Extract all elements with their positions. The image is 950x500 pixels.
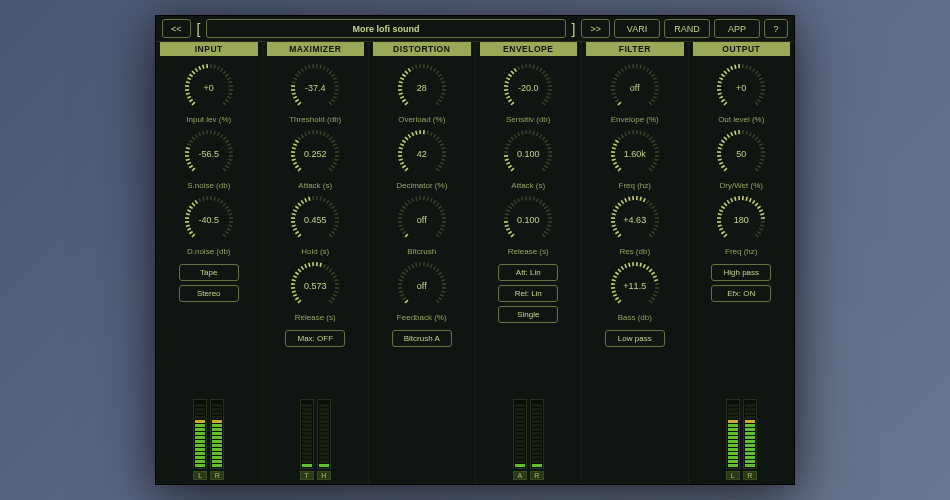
envelope-knob-0[interactable]: -20.0 [502,62,554,114]
attack-mode-button[interactable]: Att: Lin [498,264,558,281]
distortion-knob-2[interactable]: off [396,194,448,246]
input-knob-0-label: Input lev (%) [186,115,231,124]
tape-button[interactable]: Tape [179,264,239,281]
svg-line-169 [296,297,299,299]
svg-line-250 [438,165,441,167]
svg-line-494 [649,269,652,272]
svg-line-402 [621,68,623,71]
filter-knob-0[interactable]: off [609,62,661,114]
svg-line-513 [724,71,727,74]
output-knob-2[interactable]: 180 [715,194,767,246]
svg-line-587 [755,234,758,237]
svg-line-409 [646,68,648,71]
svg-line-476 [618,300,621,303]
filter-type-button[interactable]: Low pass [605,330,665,347]
efx-toggle-button[interactable]: Efx: ON [711,285,771,302]
svg-line-482 [612,280,616,281]
svg-line-460 [629,197,630,201]
preset-next-button[interactable]: >> [581,19,610,38]
stereo-button[interactable]: Stereo [179,285,239,302]
svg-line-170 [293,294,297,296]
svg-line-446 [651,165,654,167]
svg-line-362 [545,165,548,167]
highpass-button[interactable]: High pass [711,264,771,281]
input-knob-1[interactable]: -56.5 [183,128,235,180]
output-knob-0[interactable]: +0 [715,62,767,114]
distortion-knob-0-label: Overload (%) [398,115,445,124]
envelope-knob-1[interactable]: 0.100 [502,128,554,180]
svg-line-136 [335,159,339,160]
svg-line-324 [537,66,539,70]
svg-line-544 [735,131,736,135]
svg-line-34 [186,148,190,149]
input-knob-0[interactable]: +0 [183,62,235,114]
maximizer-knob-3[interactable]: 0.573 [289,260,341,312]
svg-line-77 [228,214,232,215]
preset-name-display[interactable]: More lofi sound [206,19,565,38]
svg-line-300 [440,276,444,278]
maximizer-meter-bar-0 [300,399,314,469]
bitcrush-mode-button[interactable]: Bitcrush A [392,330,452,347]
svg-line-196 [405,102,408,105]
max-toggle-button[interactable]: Max: OFF [285,330,345,347]
svg-line-235 [412,132,414,136]
svg-line-194 [332,297,335,299]
svg-line-561 [722,231,725,233]
svg-line-299 [438,272,441,274]
maximizer-knob-1[interactable]: 0.252 [289,128,341,180]
svg-line-543 [731,132,733,136]
svg-line-581 [761,214,765,215]
vari-button[interactable]: VARI [614,19,660,38]
svg-line-339 [505,159,509,160]
rand-button[interactable]: RAND [664,19,710,38]
svg-line-281 [402,297,405,299]
svg-line-364 [511,234,514,237]
svg-line-37 [192,137,195,140]
svg-line-297 [433,266,435,269]
maximizer-knob-0[interactable]: -37.4 [289,62,341,114]
filter-knob-2[interactable]: +4.63 [609,194,661,246]
svg-line-538 [718,148,722,149]
svg-line-506 [719,96,723,98]
release-mode-button[interactable]: Rel: Lin [498,285,558,302]
distortion-knob-0[interactable]: 28 [396,62,448,114]
svg-line-389 [546,228,550,230]
svg-line-159 [332,206,335,208]
svg-line-516 [735,65,736,69]
output-knob-1[interactable]: 50 [715,128,767,180]
single-mode-button[interactable]: Single [498,306,558,323]
svg-line-197 [402,99,405,101]
svg-line-44 [217,132,219,136]
svg-line-360 [548,159,552,160]
input-knobs: +0Input lev (%)-56.5S.noise (db)-40.5D.n… [183,62,235,260]
svg-line-468 [653,210,657,212]
svg-line-267 [427,197,428,201]
svg-line-272 [440,210,444,212]
maximizer-meter-label-1: H [317,471,331,480]
svg-line-429 [618,137,621,140]
filter-knob-1[interactable]: 1.60k [609,128,661,180]
envelope-knob-2[interactable]: 0.100 [502,194,554,246]
svg-line-184 [324,264,326,268]
envelope-knob-1-value: 0.100 [517,149,540,159]
svg-line-550 [755,137,758,140]
svg-line-344 [509,140,512,142]
bracket-right: ] [570,19,578,38]
help-button[interactable]: ? [764,19,788,38]
filter-header: FILTER [586,42,684,56]
distortion-knob-1[interactable]: 42 [396,128,448,180]
distortion-knob-3[interactable]: off [396,260,448,312]
preset-prev-button[interactable]: << [162,19,191,38]
svg-line-58 [187,228,191,230]
svg-line-380 [537,198,539,202]
svg-line-435 [640,131,641,135]
svg-line-531 [755,102,758,105]
filter-knob-3[interactable]: +11.5 [609,260,661,312]
svg-line-199 [399,93,403,94]
svg-line-557 [759,162,763,164]
maximizer-knob-2[interactable]: 0.455 [289,194,341,246]
input-knob-2[interactable]: -40.5 [183,194,235,246]
app-button[interactable]: APP [714,19,760,38]
svg-line-185 [327,266,329,269]
svg-line-259 [400,210,404,212]
